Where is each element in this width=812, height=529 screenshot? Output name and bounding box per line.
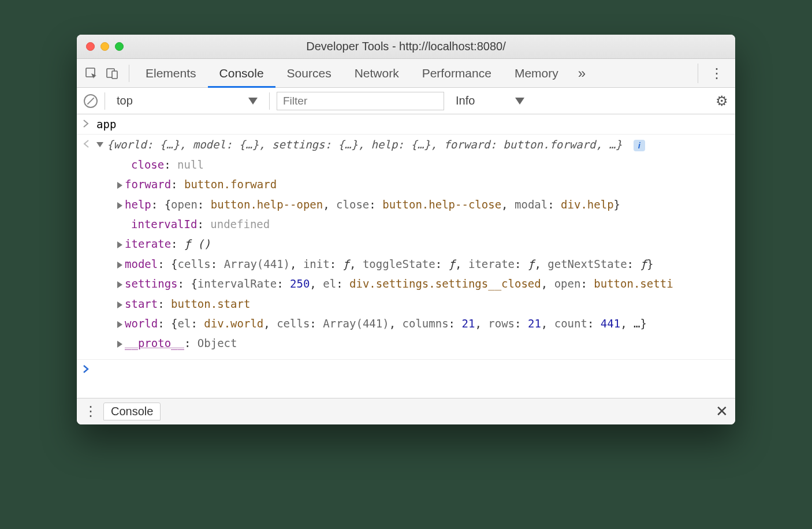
console-input-caret[interactable] xyxy=(77,359,735,375)
disclosure-open-icon[interactable] xyxy=(96,142,103,147)
devtools-window: Developer Tools - http://localhost:8080/… xyxy=(77,35,735,424)
tab-elements[interactable]: Elements xyxy=(134,59,208,88)
disclosure-closed-icon[interactable] xyxy=(117,321,122,328)
prop-close[interactable]: close: null xyxy=(77,155,735,174)
device-toolbar-icon[interactable] xyxy=(103,65,121,82)
settings-gear-icon[interactable]: ⚙ xyxy=(716,93,728,109)
svg-point-3 xyxy=(84,143,85,144)
disclosure-closed-icon[interactable] xyxy=(117,202,122,209)
tab-performance[interactable]: Performance xyxy=(411,59,503,88)
clear-console-icon[interactable] xyxy=(84,94,98,108)
chevron-down-icon xyxy=(248,98,258,105)
svg-rect-2 xyxy=(112,71,117,79)
prop-world[interactable]: world: {el: div.world, cells: Array(441)… xyxy=(77,314,735,333)
separator xyxy=(105,92,105,110)
input-prompt-icon xyxy=(83,361,96,374)
window-title: Developer Tools - http://localhost:8080/ xyxy=(77,40,735,53)
filter-input[interactable] xyxy=(277,92,444,110)
prop-intervalid[interactable]: intervalId: undefined xyxy=(77,214,735,234)
kebab-menu-icon[interactable]: ⋮ xyxy=(704,65,729,81)
drawer: ⋮ Console ✕ xyxy=(77,398,735,424)
separator xyxy=(698,64,698,83)
prop-model[interactable]: model: {cells: Array(441), init: ƒ, togg… xyxy=(77,254,735,274)
traffic-lights xyxy=(77,42,124,51)
prop-start[interactable]: start: button.start xyxy=(77,294,735,314)
tab-sources[interactable]: Sources xyxy=(275,59,343,88)
tab-network[interactable]: Network xyxy=(343,59,411,88)
zoom-window-button[interactable] xyxy=(115,42,124,51)
result-prompt-icon xyxy=(83,136,96,153)
console-result-row[interactable]: {world: {…}, model: {…}, settings: {…}, … xyxy=(77,134,735,154)
disclosure-closed-icon[interactable] xyxy=(117,241,122,248)
drawer-kebab-icon[interactable]: ⋮ xyxy=(84,403,103,419)
drawer-close-icon[interactable]: ✕ xyxy=(716,403,728,420)
console-output: app {world: {…}, model: {…}, settings: {… xyxy=(77,114,735,398)
panel-tabbar: Elements Console Sources Network Perform… xyxy=(77,59,735,88)
level-value: Info xyxy=(456,94,475,107)
prop-proto[interactable]: __proto__: Object xyxy=(77,333,735,353)
more-tabs-button[interactable]: » xyxy=(570,65,594,81)
context-value: top xyxy=(117,94,133,107)
disclosure-closed-icon[interactable] xyxy=(117,301,122,308)
disclosure-closed-icon[interactable] xyxy=(117,281,122,288)
console-input-text: app xyxy=(96,116,727,133)
minimize-window-button[interactable] xyxy=(100,42,109,51)
context-select[interactable]: top xyxy=(112,94,262,107)
input-prompt-icon xyxy=(83,116,96,133)
titlebar: Developer Tools - http://localhost:8080/ xyxy=(77,35,735,59)
info-badge-icon[interactable]: i xyxy=(634,140,645,151)
disclosure-closed-icon[interactable] xyxy=(117,341,122,348)
log-level-select[interactable]: Info xyxy=(451,94,529,107)
separator xyxy=(129,65,129,82)
object-summary: {world: {…}, model: {…}, settings: {…}, … xyxy=(96,136,727,153)
console-filterbar: top Info ⚙ xyxy=(77,88,735,114)
console-input-row[interactable]: app xyxy=(77,114,735,134)
prop-settings[interactable]: settings: {intervalRate: 250, el: div.se… xyxy=(77,274,735,293)
tab-console[interactable]: Console xyxy=(208,59,275,88)
separator xyxy=(269,92,270,110)
prop-iterate[interactable]: iterate: ƒ () xyxy=(77,234,735,254)
tab-memory[interactable]: Memory xyxy=(503,59,570,88)
drawer-tab-console[interactable]: Console xyxy=(103,403,161,420)
chevron-down-icon xyxy=(515,98,524,105)
prop-forward[interactable]: forward: button.forward xyxy=(77,174,735,194)
disclosure-closed-icon[interactable] xyxy=(117,262,122,269)
close-window-button[interactable] xyxy=(86,42,95,51)
inspect-element-icon[interactable] xyxy=(83,65,100,82)
prop-help[interactable]: help: {open: button.help--open, close: b… xyxy=(77,195,735,214)
disclosure-closed-icon[interactable] xyxy=(117,182,122,189)
